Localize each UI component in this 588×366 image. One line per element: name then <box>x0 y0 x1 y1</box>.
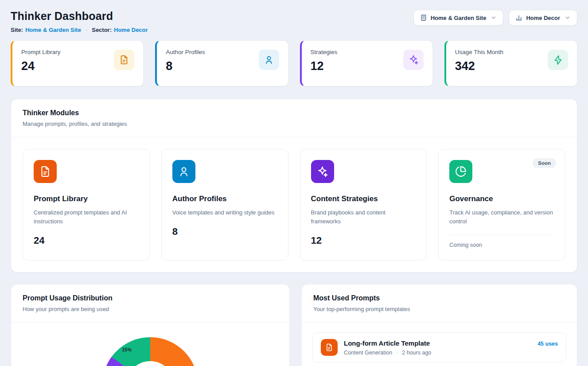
stat-label: Prompt Library <box>21 49 61 55</box>
building-icon <box>420 14 427 21</box>
module-title: Governance <box>449 195 554 203</box>
stat-value: 12 <box>311 59 338 73</box>
donut-hole <box>126 361 174 366</box>
user-icon <box>172 160 195 183</box>
module-description: Brand playbooks and content frameworks <box>311 208 416 226</box>
stat-label: Strategies <box>311 49 338 55</box>
stat-info: Usage This Month 342 <box>455 49 503 78</box>
module-card-prompt-library[interactable]: Prompt Library Centralized prompt templa… <box>23 149 150 261</box>
module-count: 24 <box>34 235 139 246</box>
usage-distribution-card: Prompt Usage Distribution How your promp… <box>11 284 290 366</box>
bar-chart-icon <box>515 14 522 21</box>
header-heading: Thinker Dashboard Site: Home & Garden Si… <box>11 10 148 33</box>
usage-card-title: Prompt Usage Distribution <box>23 294 278 302</box>
sector-selector-label: Home Decor <box>526 15 560 21</box>
modules-subtitle: Manage prompts, profiles, and strategies <box>23 121 565 127</box>
prompt-item-title: Long-form Article Template <box>344 339 431 347</box>
user-icon <box>259 50 279 70</box>
sparkle-icon <box>403 50 424 70</box>
prompt-item-info: Long-form Article Template Content Gener… <box>344 339 431 356</box>
list-item-long-form-article[interactable]: Long-form Article Template Content Gener… <box>312 332 566 362</box>
module-card-content-strategies[interactable]: Content Strategies Brand playbooks and c… <box>300 149 427 261</box>
stat-info: Prompt Library 24 <box>21 49 61 78</box>
sparkle-icon <box>311 160 334 183</box>
usage-card-subtitle: How your prompts are being used <box>23 306 278 312</box>
sector-label: Sector: <box>92 27 112 33</box>
sector-link[interactable]: Home Decor <box>114 27 148 33</box>
most-used-prompts-card: Most Used Prompts Your top-performing pr… <box>301 284 577 366</box>
site-selector-dropdown[interactable]: Home & Garden Site <box>413 10 504 26</box>
pie-chart-icon <box>449 160 472 183</box>
module-title: Prompt Library <box>34 195 139 203</box>
thinker-modules-panel: Thinker Modules Manage prompts, profiles… <box>11 99 577 273</box>
chevron-down-icon <box>565 15 571 21</box>
stat-value: 342 <box>455 59 503 73</box>
prompts-card-title: Most Used Prompts <box>313 294 565 302</box>
stat-value: 24 <box>21 59 61 73</box>
module-count: 8 <box>172 226 277 238</box>
module-card-author-profiles[interactable]: Author Profiles Voice templates and writ… <box>161 149 288 261</box>
donut-segment-label: 15% <box>122 347 132 352</box>
stat-card-usage: Usage This Month 342 <box>444 40 577 86</box>
header: Thinker Dashboard Site: Home & Garden Si… <box>11 10 577 33</box>
module-description: Voice templates and writing style guides <box>172 208 277 217</box>
modules-header: Thinker Modules Manage prompts, profiles… <box>11 99 577 137</box>
stat-label: Author Profiles <box>166 49 205 55</box>
module-count: 12 <box>311 235 416 246</box>
modules-grid: Prompt Library Centralized prompt templa… <box>11 137 577 272</box>
stat-info: Author Profiles 8 <box>166 49 205 78</box>
stat-info: Strategies 12 <box>311 49 338 78</box>
separator-dot: · <box>86 27 87 33</box>
stats-row: Prompt Library 24 Author Profiles 8 Stra… <box>11 40 577 86</box>
prompt-item-meta: Content Generation · 2 hours ago <box>344 350 431 356</box>
stat-value: 8 <box>166 59 205 73</box>
separator-dot: · <box>396 350 398 356</box>
stat-card-author-profiles: Author Profiles 8 <box>155 40 288 86</box>
header-selectors: Home & Garden Site Home Decor <box>413 10 577 26</box>
breadcrumb: Site: Home & Garden Site · Sector: Home … <box>11 27 148 33</box>
module-title: Author Profiles <box>172 195 277 203</box>
module-description: Centralized prompt templates and AI inst… <box>34 208 139 226</box>
prompt-list: Long-form Article Template Content Gener… <box>302 323 577 366</box>
divider <box>449 235 554 235</box>
modules-title: Thinker Modules <box>23 109 565 117</box>
page-title: Thinker Dashboard <box>11 10 148 23</box>
usage-chart-area: 15% <box>11 323 289 366</box>
stat-label: Usage This Month <box>455 49 503 55</box>
sector-selector-dropdown[interactable]: Home Decor <box>509 10 577 26</box>
usage-donut: 15% <box>102 337 198 366</box>
site-label: Site: <box>11 27 23 33</box>
prompt-item-time: 2 hours ago <box>402 350 431 356</box>
site-link[interactable]: Home & Garden Site <box>25 27 81 33</box>
document-icon <box>321 339 338 356</box>
prompt-item-category: Content Generation <box>344 350 392 356</box>
chevron-down-icon <box>491 15 497 21</box>
bottom-row: Prompt Usage Distribution How your promp… <box>11 284 577 366</box>
coming-soon-text: Coming soon <box>449 242 554 248</box>
prompts-card-header: Most Used Prompts Your top-performing pr… <box>302 284 577 322</box>
stat-card-prompt-library: Prompt Library 24 <box>11 40 144 86</box>
document-icon <box>34 160 57 183</box>
uses-badge: 45 uses <box>537 341 558 347</box>
stat-card-strategies: Strategies 12 <box>300 40 433 86</box>
site-selector-label: Home & Garden Site <box>431 15 487 21</box>
usage-card-header: Prompt Usage Distribution How your promp… <box>11 284 289 322</box>
document-icon <box>114 50 134 70</box>
soon-badge: Soon <box>533 158 556 168</box>
module-card-governance[interactable]: Soon Governance Track AI usage, complian… <box>438 149 565 261</box>
module-title: Content Strategies <box>311 195 416 203</box>
module-description: Track AI usage, compliance, and version … <box>449 208 554 226</box>
thinker-dashboard-page: Thinker Dashboard Site: Home & Garden Si… <box>0 0 588 366</box>
lightning-icon <box>548 50 568 70</box>
prompts-card-subtitle: Your top-performing prompt templates <box>313 306 565 312</box>
